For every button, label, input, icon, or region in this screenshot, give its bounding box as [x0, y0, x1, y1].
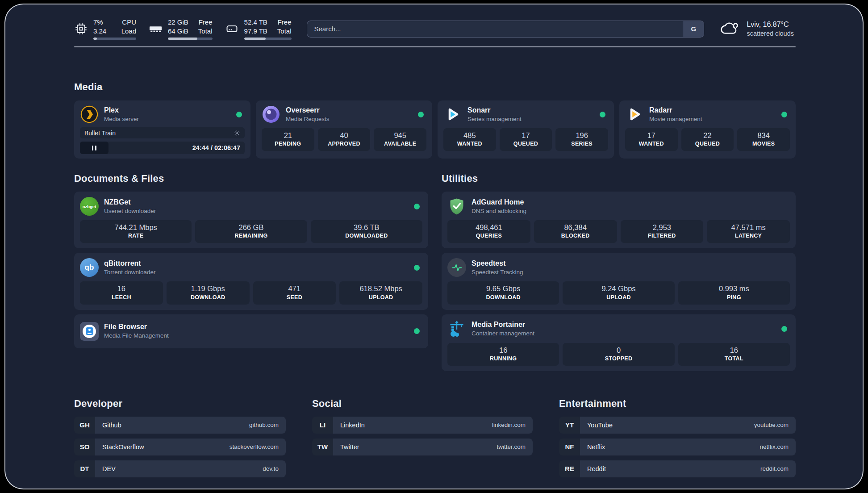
- radarr-card: Radarr Movie management 17 WANTED 22 QUE…: [619, 100, 796, 159]
- stat-downloaded: 39.6 TB DOWNLOADED: [311, 220, 422, 243]
- status-dot: [414, 204, 420, 209]
- now-playing-title: Bullet Train: [84, 130, 116, 137]
- search-provider-button[interactable]: G: [683, 21, 704, 37]
- disk-progress-bar: [244, 38, 292, 40]
- link-reddit[interactable]: RE Reddit reddit.com: [559, 460, 796, 477]
- qbittorrent-link[interactable]: qb qBittorrent Torrent downloader: [80, 258, 156, 277]
- link-abbr: LI: [312, 417, 333, 434]
- link-youtube[interactable]: YT YouTube youtube.com: [559, 417, 796, 434]
- stat-label: QUEUED: [501, 140, 551, 148]
- stat-total: 16 TOTAL: [678, 343, 790, 366]
- app-name: Media Portainer: [472, 320, 534, 330]
- stat-label: REMAINING: [196, 232, 306, 240]
- media-section-title: Media: [74, 81, 796, 93]
- link-abbr: YT: [559, 417, 580, 434]
- disk-icon: [225, 22, 239, 36]
- link-abbr: NF: [559, 439, 580, 455]
- link-url: linkedin.com: [492, 422, 526, 428]
- filebrowser-link[interactable]: File Browser Media File Management: [80, 322, 169, 341]
- stat-approved: 40 APPROVED: [318, 128, 371, 151]
- stat-value: 39.6 TB: [312, 223, 421, 232]
- sonarr-link[interactable]: Sonarr Series management: [443, 105, 522, 124]
- speedtest-link[interactable]: Speedtest Speedtest Tracking: [447, 258, 523, 277]
- link-url: youtube.com: [754, 422, 789, 428]
- stat-upload: 9.24 Gbps UPLOAD: [563, 281, 674, 304]
- stat-label: WANTED: [626, 140, 677, 148]
- app-desc: Media File Management: [104, 332, 169, 340]
- app-desc: Container management: [472, 330, 534, 338]
- app-name: Sonarr: [467, 106, 522, 115]
- link-linkedin[interactable]: LI LinkedIn linkedin.com: [312, 417, 533, 434]
- documents-section-title: Documents & Files: [74, 173, 428, 184]
- link-github[interactable]: GH Github github.com: [74, 417, 286, 434]
- cpu-icon: [74, 22, 88, 36]
- developer-section-title: Developer: [74, 398, 286, 409]
- search-input[interactable]: [307, 21, 683, 37]
- memory-free-label: Free: [199, 18, 213, 27]
- radarr-link[interactable]: Radarr Movie management: [625, 105, 702, 124]
- stat-download: 9.65 Gbps DOWNLOAD: [447, 281, 559, 304]
- stat-value: 9.24 Gbps: [563, 284, 673, 293]
- nzbget-link[interactable]: nzbget NZBGet Usenet downloader: [80, 197, 156, 216]
- link-url: netflix.com: [760, 443, 789, 450]
- weather-condition: scattered clouds: [747, 29, 794, 38]
- stat-label: BLOCKED: [535, 232, 616, 240]
- link-abbr: RE: [559, 460, 580, 477]
- stat-label: UPLOAD: [340, 294, 421, 301]
- stat-label: QUERIES: [448, 232, 530, 240]
- stat-wanted: 17 WANTED: [625, 128, 678, 151]
- cloud-icon: [719, 20, 741, 38]
- filebrowser-icon: [80, 322, 99, 341]
- now-playing-row: Bullet Train: [80, 127, 245, 138]
- stat-value: 834: [738, 131, 789, 140]
- system-metrics: 7% 3.24 CPU Load: [74, 18, 292, 40]
- stat-value: 86,384: [535, 223, 616, 232]
- stat-seed: 471 SEED: [253, 281, 336, 304]
- adguard-link[interactable]: AdGuard Home DNS and adblocking: [447, 197, 526, 216]
- link-netflix[interactable]: NF Netflix netflix.com: [559, 439, 796, 455]
- link-url: stackoverflow.com: [230, 443, 279, 450]
- disk-total-label: Total: [277, 27, 292, 36]
- cpu-progress-bar: [93, 38, 136, 40]
- stat-label: DOWNLOAD: [167, 294, 249, 301]
- overseerr-card: Overseerr Media Requests 21 PENDING 40 A…: [256, 100, 432, 159]
- app-name: Radarr: [649, 106, 702, 115]
- overseerr-link[interactable]: Overseerr Media Requests: [262, 105, 330, 124]
- link-url: github.com: [249, 422, 279, 428]
- link-name: YouTube: [587, 422, 613, 429]
- app-desc: Speedtest Tracking: [472, 268, 523, 276]
- stat-label: STOPPED: [563, 355, 673, 363]
- top-bar: 7% 3.24 CPU Load: [74, 18, 796, 40]
- link-dev-to[interactable]: DT DEV dev.to: [74, 460, 286, 477]
- social-section-title: Social: [312, 398, 533, 409]
- settings-icon[interactable]: [234, 130, 240, 136]
- stat-label: SERIES: [556, 140, 607, 148]
- stat-queries: 498,461 QUERIES: [447, 220, 530, 243]
- plex-link[interactable]: Plex Media server: [80, 105, 139, 124]
- stat-value: 196: [556, 131, 607, 140]
- section-developer: Developer GH Github github.com SO StackO…: [74, 398, 286, 477]
- status-dot: [781, 326, 787, 332]
- stat-value: 22: [682, 131, 733, 140]
- weather-widget: Lviv, 16.87°C scattered clouds: [719, 20, 796, 38]
- adguard-icon: [447, 197, 466, 216]
- stat-value: 744.21 Mbps: [81, 223, 191, 232]
- memory-progress-bar: [168, 38, 213, 40]
- portainer-link[interactable]: Media Portainer Container management: [447, 320, 534, 338]
- app-name: Plex: [104, 106, 139, 115]
- cpu-load-value: 3.24: [93, 27, 106, 36]
- link-url: reddit.com: [760, 465, 789, 472]
- link-abbr: SO: [74, 439, 95, 455]
- link-stackoverflow[interactable]: SO StackOverflow stackoverflow.com: [74, 439, 286, 455]
- stat-blocked: 86,384 BLOCKED: [534, 220, 617, 243]
- link-twitter[interactable]: TW Twitter twitter.com: [312, 439, 533, 455]
- stat-value: 16: [448, 346, 558, 355]
- pause-button[interactable]: [80, 142, 108, 154]
- stat-value: 618.52 Mbps: [340, 284, 421, 293]
- portainer-icon: [447, 320, 466, 338]
- stat-stopped: 0 STOPPED: [563, 343, 674, 366]
- stat-value: 0: [563, 346, 673, 355]
- stat-leech: 16 LEECH: [80, 281, 163, 304]
- dashboard: 7% 3.24 CPU Load: [4, 4, 864, 489]
- stat-value: 47.571 ms: [708, 223, 789, 232]
